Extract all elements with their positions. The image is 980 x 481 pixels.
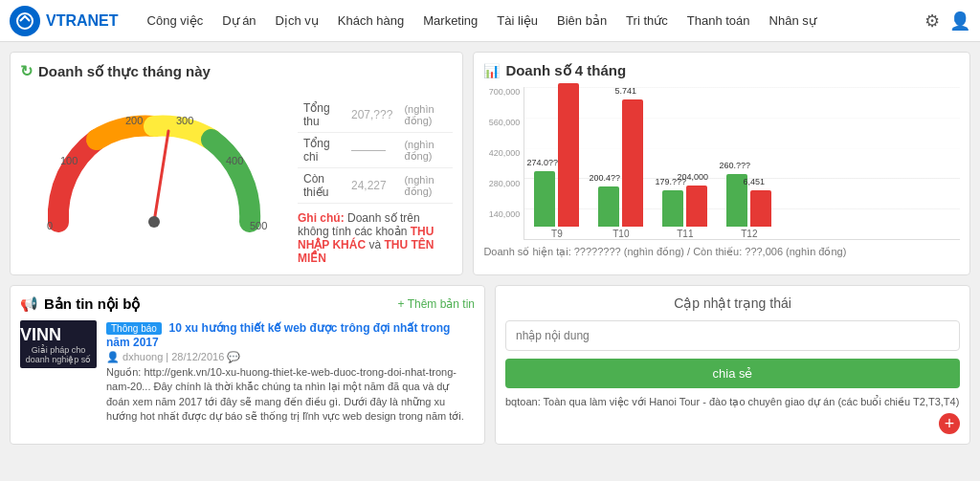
y-axis: 700,000 560,000 420,000 280,000 140,000 [483,87,523,240]
megaphone-icon: 📢 [20,295,38,313]
top-row: ↻ Doanh số thực tháng này [10,52,970,275]
svg-text:0: 0 [47,220,53,231]
bar-label-t12: T12 [741,229,757,239]
svg-text:200: 200 [125,115,143,126]
chart-panel-title: 📊 Doanh số 4 tháng [483,62,960,79]
news-panel-title: 📢 Bản tin nội bộ [20,295,140,313]
news-panel: 📢 Bản tin nội bộ + Thêm bản tin VINN Giả… [10,285,485,445]
nav-item-thanh-toán[interactable]: Thanh toán [678,0,760,42]
svg-text:400: 400 [226,155,243,166]
table-row: Tổng chi ——— (nghìn đồng) [298,133,453,168]
add-news-button[interactable]: + Thêm bản tin [398,297,476,311]
status-input[interactable] [505,320,960,351]
nav-item-dịch-vụ[interactable]: Dịch vụ [266,0,328,42]
nav-item-tài-liệu[interactable]: Tài liệu [487,0,547,42]
bar-chart: 274.0?? T9 [523,87,960,240]
bar-group-t9: 274.0?? T9 [534,83,579,239]
status-panel-title: Cập nhật trạng thái [505,295,960,311]
user-icon[interactable]: 👤 [949,11,970,32]
bar-red-t10 [622,99,643,227]
svg-line-7 [154,131,168,222]
logo-icon [10,6,40,36]
bar-label-t10: T10 [612,229,629,239]
share-button[interactable]: chia sẻ [505,359,960,388]
news-item: VINN Giải pháp cho doanh nghiệp số Thông… [20,320,475,425]
bottom-row: 📢 Bản tin nội bộ + Thêm bản tin VINN Giả… [10,285,970,445]
bar-green-t10 [598,186,619,227]
status-panel: Cập nhật trạng thái chia sẻ bqtoan: Toàn… [495,285,970,445]
news-text: Nguồn: http://genk.vn/10-xu-huong-thiet-… [106,365,475,425]
table-row: Tổng thu 207,??? (nghìn đồng) [298,98,453,133]
bar-chart-icon: 📊 [483,63,500,78]
chart-panel: 📊 Doanh số 4 tháng 700,000 560,000 420,0… [473,52,970,275]
nav-item-marketing[interactable]: Marketing [413,0,487,42]
bar-group-t10: 200.4?? 5.741 T10 [598,83,643,239]
bar-label-t9: T9 [551,229,563,239]
svg-text:300: 300 [176,115,193,126]
nav-item-dự-án[interactable]: Dự án [212,0,265,42]
nav-item-biên-bản[interactable]: Biên bản [547,0,616,42]
settings-icon[interactable]: ⚙ [924,11,940,32]
news-meta: 👤 dxhuong | 28/12/2016 💬 [106,351,475,363]
comment-icon: 💬 [227,351,240,362]
bar-green-t9 [534,171,555,227]
logo-text: VTRANET [46,12,119,30]
gauge-container: 0 100 200 300 400 500 Tổng thu [20,88,453,265]
svg-point-8 [148,216,160,228]
bar-red-t12 [750,190,771,227]
logo[interactable]: VTRANET [10,6,119,36]
nav-item-tri-thức[interactable]: Tri thức [616,0,678,42]
gauge-note: Ghi chú: Doanh số trên không tính các kh… [298,211,453,265]
bar-red-t9 [558,83,579,227]
bar-group-t11: 179.??? 204,000 T11 [662,83,707,239]
news-badge: Thông báo [106,322,162,335]
gauge-panel-title: ↻ Doanh số thực tháng này [20,62,453,80]
gauge-info: Tổng thu 207,??? (nghìn đồng) Tổng chi —… [298,88,453,265]
news-logo: VINN Giải pháp cho doanh nghiệp số [20,320,97,425]
svg-text:500: 500 [250,220,267,231]
main-content: ↻ Doanh số thực tháng này [0,42,980,454]
nav-item-khách-hàng[interactable]: Khách hàng [328,0,413,42]
main-nav: Công việcDự ánDịch vụKhách hàngMarketing… [138,0,924,41]
news-content: Thông báo 10 xu hướng thiết kế web được … [106,320,475,425]
status-feed: bqtoan: Toàn qua làm việc với Hanoi Tour… [505,396,960,408]
news-header: 📢 Bản tin nội bộ + Thêm bản tin [20,295,475,313]
header-icons: ⚙ 👤 [924,11,970,32]
bar-green-t11 [662,190,683,227]
bar-label-t11: T11 [677,229,693,239]
status-feed-text: bqtoan: Toàn qua làm việc với Hanoi Tour… [505,396,959,407]
chart-bottom-info: Doanh số hiện tại: ???????? (nghìn đồng)… [483,246,960,258]
news-logo-bg: VINN Giải pháp cho doanh nghiệp số [20,320,97,368]
add-status-button[interactable]: + [939,413,960,434]
table-row: Còn thiếu 24,227 (nghìn đồng) [298,168,453,204]
refresh-icon: ↻ [20,62,33,80]
chart-area: 700,000 560,000 420,000 280,000 140,000 [483,87,960,240]
nav-item-công-việc[interactable]: Công việc [138,0,213,42]
gauge-table: Tổng thu 207,??? (nghìn đồng) Tổng chi —… [298,98,453,204]
bar-group-t12: 260.??? 6,451 T12 [726,83,771,239]
gauge-panel: ↻ Doanh số thực tháng này [10,52,463,275]
header: VTRANET Công việcDự ánDịch vụKhách hàngM… [0,0,980,42]
bar-red-t11 [686,186,707,227]
svg-text:100: 100 [60,155,78,166]
gauge-svg: 0 100 200 300 400 500 [20,88,288,265]
nav-item-nhân-sự[interactable]: Nhân sự [760,0,826,42]
news-headline-row: Thông báo 10 xu hướng thiết kế web được … [106,320,475,349]
news-author-icon: 👤 [106,351,120,362]
